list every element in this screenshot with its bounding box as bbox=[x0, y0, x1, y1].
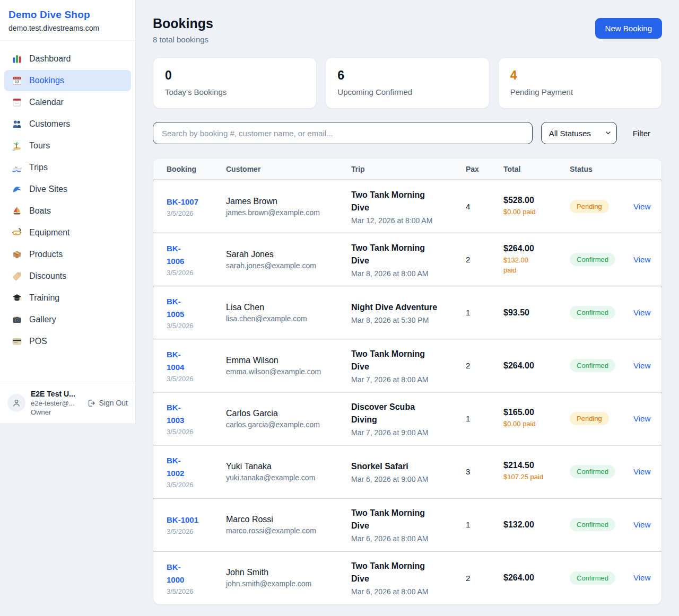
status-badge: Confirmed bbox=[570, 359, 615, 372]
pax-count: 4 bbox=[466, 202, 503, 211]
sidebar-item-label: Dashboard bbox=[29, 54, 71, 64]
col-header-trip: Trip bbox=[351, 165, 466, 173]
status-badge: Pending bbox=[570, 412, 609, 425]
trip-datetime: Mar 6, 2026 at 8:00 AM bbox=[351, 534, 466, 543]
customer-email: emma.wilson@example.com bbox=[226, 367, 351, 376]
sidebar-item-bookings[interactable]: Bookings bbox=[4, 70, 131, 91]
view-link[interactable]: View bbox=[633, 520, 650, 529]
booking-id-link[interactable]: BK-1007 bbox=[167, 196, 198, 208]
sidebar-item-tours[interactable]: Tours bbox=[4, 135, 131, 156]
bar-chart-icon bbox=[12, 54, 22, 64]
sidebar-item-dive-sites[interactable]: Dive Sites bbox=[4, 179, 131, 200]
person-icon bbox=[11, 398, 22, 408]
sidebar-item-boats[interactable]: Boats bbox=[4, 200, 131, 222]
sidebar-item-products[interactable]: Products bbox=[4, 244, 131, 265]
booking-id-link[interactable]: BK- 1000 bbox=[167, 561, 184, 586]
customer-name: Yuki Tanaka bbox=[226, 462, 351, 471]
booking-date: 3/5/2026 bbox=[167, 527, 226, 535]
sidebar-item-label: Gallery bbox=[29, 315, 56, 324]
paid-amount: $0.00 paid bbox=[503, 419, 570, 429]
sidebar-item-label: Calendar bbox=[29, 98, 64, 107]
sidebar-item-pos[interactable]: POS bbox=[4, 331, 131, 352]
total-amount: $132.00 bbox=[503, 520, 570, 530]
filter-button[interactable]: Filter bbox=[625, 129, 662, 138]
status-badge: Confirmed bbox=[570, 571, 615, 585]
user-name: E2E Test U... bbox=[31, 390, 75, 398]
stat-value: 4 bbox=[510, 68, 650, 83]
view-link[interactable]: View bbox=[633, 255, 650, 264]
total-amount: $264.00 bbox=[503, 573, 570, 583]
stat-card-pending-payment: 4 Pending Payment bbox=[498, 57, 662, 109]
view-link[interactable]: View bbox=[633, 361, 650, 370]
booking-id-link[interactable]: BK- 1002 bbox=[167, 454, 184, 480]
booking-id-link[interactable]: BK-1001 bbox=[167, 514, 198, 526]
col-header-booking: Booking bbox=[167, 165, 226, 173]
view-link[interactable]: View bbox=[633, 308, 650, 317]
total-amount: $264.00 bbox=[503, 244, 570, 253]
sidebar-item-gallery[interactable]: Gallery bbox=[4, 309, 131, 330]
sidebar-item-label: Discounts bbox=[29, 271, 66, 281]
tag-icon bbox=[12, 271, 22, 281]
view-link[interactable]: View bbox=[633, 202, 650, 211]
customer-email: lisa.chen@example.com bbox=[226, 314, 351, 323]
status-badge: Pending bbox=[570, 200, 609, 213]
search-input[interactable] bbox=[153, 122, 533, 144]
pax-count: 1 bbox=[466, 520, 503, 529]
booking-date: 3/5/2026 bbox=[167, 322, 226, 330]
shop-name: Demo Dive Shop bbox=[8, 9, 127, 21]
sidebar-item-dashboard[interactable]: Dashboard bbox=[4, 48, 131, 69]
sign-out-icon bbox=[87, 399, 96, 408]
sidebar-item-discounts[interactable]: Discounts bbox=[4, 266, 131, 287]
booking-id-link[interactable]: BK- 1006 bbox=[167, 242, 184, 268]
avatar bbox=[7, 394, 25, 412]
sidebar-item-equipment[interactable]: Equipment bbox=[4, 222, 131, 243]
sidebar-item-trips[interactable]: Trips bbox=[4, 157, 131, 178]
trip-datetime: Mar 7, 2026 at 9:00 AM bbox=[351, 428, 466, 437]
controls-row: All Statuses Filter bbox=[153, 122, 662, 144]
sidebar-item-calendar[interactable]: Calendar bbox=[4, 92, 131, 113]
stat-value: 6 bbox=[337, 68, 477, 83]
stat-value: 0 bbox=[165, 68, 304, 83]
customer-email: sarah.jones@example.com bbox=[226, 261, 351, 270]
trip-name: Two Tank Morning Dive bbox=[351, 189, 466, 214]
main-content: Bookings 8 total bookings New Booking 0 … bbox=[136, 0, 679, 616]
pax-count: 1 bbox=[466, 414, 503, 423]
table-row: BK-1001 3/5/2026 Marco Rossi marco.rossi… bbox=[153, 498, 661, 551]
stat-label: Pending Payment bbox=[510, 87, 650, 96]
new-booking-button[interactable]: New Booking bbox=[595, 18, 662, 39]
user-box: E2E Test U... e2e-tester@... Owner Sign … bbox=[0, 382, 135, 424]
pax-count: 1 bbox=[466, 308, 503, 317]
table-row: BK- 1004 3/5/2026 Emma Wilson emma.wilso… bbox=[153, 339, 661, 392]
customer-name: Marco Rossi bbox=[226, 515, 351, 524]
sign-out-button[interactable]: Sign Out bbox=[87, 399, 128, 408]
credit-card-icon bbox=[12, 336, 22, 347]
booking-date: 3/5/2026 bbox=[167, 481, 226, 489]
booking-id-link[interactable]: BK- 1005 bbox=[167, 295, 184, 321]
total-bookings-count: 8 total bookings bbox=[153, 35, 213, 44]
booking-id-link[interactable]: BK- 1003 bbox=[167, 401, 184, 427]
island-icon bbox=[12, 140, 22, 151]
trip-name: Two Tank Morning Dive bbox=[351, 348, 466, 373]
customer-email: carlos.garcia@example.com bbox=[226, 420, 351, 429]
booking-date: 3/5/2026 bbox=[167, 375, 226, 383]
package-icon bbox=[12, 249, 22, 260]
pax-count: 2 bbox=[466, 255, 503, 264]
trip-datetime: Mar 12, 2026 at 8:00 AM bbox=[351, 216, 466, 225]
sidebar-item-label: POS bbox=[29, 337, 47, 346]
sidebar-item-label: Bookings bbox=[29, 76, 64, 85]
view-link[interactable]: View bbox=[633, 414, 650, 423]
col-header-customer: Customer bbox=[226, 165, 351, 173]
sidebar: Demo Dive Shop demo.test.divestreams.com… bbox=[0, 0, 136, 424]
status-filter-select[interactable]: All Statuses bbox=[541, 122, 617, 144]
sidebar-nav: Dashboard Bookings Calendar Customers To… bbox=[0, 41, 135, 382]
sidebar-item-training[interactable]: Training bbox=[4, 287, 131, 309]
booking-id-link[interactable]: BK- 1004 bbox=[167, 348, 184, 374]
trip-datetime: Mar 6, 2026 at 9:00 AM bbox=[351, 475, 466, 483]
booking-date: 3/5/2026 bbox=[167, 209, 226, 217]
sidebar-item-customers[interactable]: Customers bbox=[4, 113, 131, 135]
view-link[interactable]: View bbox=[633, 467, 650, 476]
stat-card-upcoming-confirmed: 6 Upcoming Confirmed bbox=[325, 57, 489, 109]
booking-date: 3/5/2026 bbox=[167, 269, 226, 277]
view-link[interactable]: View bbox=[633, 573, 650, 582]
customer-email: james.brown@example.com bbox=[226, 208, 351, 217]
